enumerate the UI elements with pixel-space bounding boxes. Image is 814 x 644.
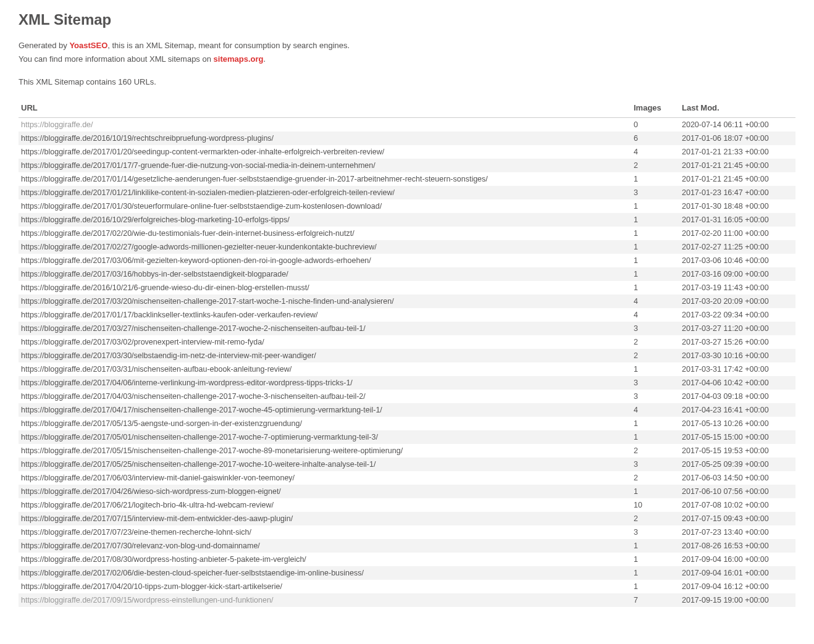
url-link[interactable]: https://bloggiraffe.de/2017/07/15/interv… — [21, 514, 293, 523]
url-link[interactable]: https://bloggiraffe.de/2017/06/03/interv… — [21, 474, 295, 482]
url-link[interactable]: https://bloggiraffe.de/2017/09/15/wordpr… — [21, 596, 273, 604]
table-row: https://bloggiraffe.de/2017/02/06/die-be… — [19, 566, 795, 580]
url-link[interactable]: https://bloggiraffe.de/2017/02/06/die-be… — [21, 569, 364, 577]
url-link[interactable]: https://bloggiraffe.de/2017/01/17/backli… — [21, 311, 318, 319]
url-link[interactable]: https://bloggiraffe.de/2017/03/30/selbst… — [21, 351, 316, 360]
table-row: https://bloggiraffe.de/2017/03/02/proven… — [19, 335, 795, 349]
intro-line-2: You can find more information about XML … — [19, 53, 795, 65]
images-cell: 3 — [631, 186, 679, 199]
url-link[interactable]: https://bloggiraffe.de/2017/03/20/nische… — [21, 297, 394, 306]
url-link[interactable]: https://bloggiraffe.de/2017/07/30/releva… — [21, 542, 260, 550]
lastmod-cell: 2017-07-08 10:02 +00:00 — [679, 498, 795, 512]
url-link[interactable]: https://bloggiraffe.de/2017/01/20/seedin… — [21, 148, 384, 156]
intro-line-1-post: , this is an XML Sitemap, meant for cons… — [107, 41, 350, 50]
images-cell: 1 — [631, 362, 679, 376]
url-link[interactable]: https://bloggiraffe.de/2016/10/21/6-grue… — [21, 283, 309, 292]
images-cell: 1 — [631, 485, 679, 498]
table-row: https://bloggiraffe.de/2017/04/03/nische… — [19, 390, 795, 403]
url-link[interactable]: https://bloggiraffe.de/2017/03/31/nische… — [21, 365, 292, 374]
url-link[interactable]: https://bloggiraffe.de/2017/04/06/intern… — [21, 378, 353, 387]
yoastseo-link[interactable]: YoastSEO — [69, 41, 107, 50]
images-cell: 6 — [631, 132, 679, 145]
url-link[interactable]: https://bloggiraffe.de/2017/05/25/nische… — [21, 460, 376, 469]
table-row: https://bloggiraffe.de/2017/01/21/linkil… — [19, 186, 795, 199]
url-link[interactable]: https://bloggiraffe.de/2017/02/20/wie-du… — [21, 229, 355, 238]
intro-line-1: Generated by YoastSEO, this is an XML Si… — [19, 40, 795, 52]
table-row: https://bloggiraffe.de/2017/01/14/gesetz… — [19, 172, 795, 186]
lastmod-cell: 2017-04-06 10:42 +00:00 — [679, 376, 795, 390]
url-count: This XML Sitemap contains 160 URLs. — [19, 76, 795, 88]
url-link[interactable]: https://bloggiraffe.de/2017/02/27/google… — [21, 243, 377, 251]
url-link[interactable]: https://bloggiraffe.de/2017/03/02/proven… — [21, 338, 264, 346]
images-cell: 1 — [631, 227, 679, 240]
lastmod-cell: 2017-03-06 10:46 +00:00 — [679, 254, 795, 267]
url-link[interactable]: https://bloggiraffe.de/2017/01/17/7-grue… — [21, 161, 376, 170]
url-link[interactable]: https://bloggiraffe.de/2017/04/17/nische… — [21, 406, 382, 414]
url-link[interactable]: https://bloggiraffe.de/2016/10/19/rechts… — [21, 134, 274, 143]
lastmod-cell: 2017-04-03 09:18 +00:00 — [679, 390, 795, 403]
images-cell: 1 — [631, 267, 679, 281]
images-cell: 4 — [631, 308, 679, 322]
lastmod-cell: 2017-09-04 16:01 +00:00 — [679, 566, 795, 580]
images-cell: 0 — [631, 117, 679, 132]
lastmod-cell: 2017-01-21 21:45 +00:00 — [679, 159, 795, 172]
header-images: Images — [631, 99, 679, 118]
url-link[interactable]: https://bloggiraffe.de/2016/10/29/erfolg… — [21, 215, 290, 224]
images-cell: 4 — [631, 295, 679, 308]
table-row: https://bloggiraffe.de/2017/04/06/intern… — [19, 376, 795, 390]
table-row: https://bloggiraffe.de/2017/01/17/backli… — [19, 308, 795, 322]
table-row: https://bloggiraffe.de/02020-07-14 06:11… — [19, 117, 795, 132]
lastmod-cell: 2017-06-03 14:50 +00:00 — [679, 471, 795, 485]
sitemaps-org-link[interactable]: sitemaps.org — [214, 54, 264, 64]
url-link[interactable]: https://bloggiraffe.de/2017/03/16/hobbys… — [21, 270, 288, 278]
url-link[interactable]: https://bloggiraffe.de/2017/05/13/5-aeng… — [21, 419, 302, 428]
lastmod-cell: 2017-02-27 11:25 +00:00 — [679, 240, 795, 254]
url-link[interactable]: https://bloggiraffe.de/2017/04/20/10-tip… — [21, 582, 282, 591]
table-row: https://bloggiraffe.de/2016/10/19/rechts… — [19, 132, 795, 145]
url-link[interactable]: https://bloggiraffe.de/2017/03/06/mit-ge… — [21, 256, 371, 265]
images-cell: 3 — [631, 376, 679, 390]
table-row: https://bloggiraffe.de/2017/03/06/mit-ge… — [19, 254, 795, 267]
url-link[interactable]: https://bloggiraffe.de/2017/03/27/nische… — [21, 324, 366, 333]
url-link[interactable]: https://bloggiraffe.de/2017/07/23/eine-t… — [21, 528, 251, 537]
url-link[interactable]: https://bloggiraffe.de/2017/05/15/nische… — [21, 446, 403, 455]
table-row: https://bloggiraffe.de/2017/04/20/10-tip… — [19, 580, 795, 593]
url-link[interactable]: https://bloggiraffe.de/2017/01/30/steuer… — [21, 202, 382, 211]
images-cell: 1 — [631, 199, 679, 213]
images-cell: 2 — [631, 471, 679, 485]
lastmod-cell: 2017-05-13 10:26 +00:00 — [679, 417, 795, 430]
table-row: https://bloggiraffe.de/2017/01/20/seedin… — [19, 145, 795, 159]
lastmod-cell: 2017-01-23 16:47 +00:00 — [679, 186, 795, 199]
intro-block: Generated by YoastSEO, this is an XML Si… — [19, 40, 795, 65]
images-cell: 1 — [631, 539, 679, 553]
url-link[interactable]: https://bloggiraffe.de/2017/04/26/wieso-… — [21, 487, 281, 496]
table-row: https://bloggiraffe.de/2016/10/21/6-grue… — [19, 281, 795, 295]
lastmod-cell: 2017-07-15 09:43 +00:00 — [679, 512, 795, 525]
url-link[interactable]: https://bloggiraffe.de/2017/05/01/nische… — [21, 433, 378, 441]
images-cell: 10 — [631, 498, 679, 512]
images-cell: 1 — [631, 430, 679, 444]
url-link[interactable]: https://bloggiraffe.de/2017/08/30/wordpr… — [21, 555, 306, 564]
url-link[interactable]: https://bloggiraffe.de/2017/01/21/linkil… — [21, 188, 395, 197]
images-cell: 1 — [631, 172, 679, 186]
url-link[interactable]: https://bloggiraffe.de/ — [21, 120, 93, 129]
images-cell: 1 — [631, 213, 679, 227]
lastmod-cell: 2017-03-27 11:20 +00:00 — [679, 322, 795, 335]
table-row: https://bloggiraffe.de/2017/05/15/nische… — [19, 444, 795, 458]
images-cell: 2 — [631, 335, 679, 349]
lastmod-cell: 2017-03-20 20:09 +00:00 — [679, 295, 795, 308]
url-link[interactable]: https://bloggiraffe.de/2017/04/03/nische… — [21, 392, 366, 401]
lastmod-cell: 2017-03-16 09:00 +00:00 — [679, 267, 795, 281]
url-link[interactable]: https://bloggiraffe.de/2017/06/21/logite… — [21, 501, 274, 509]
table-row: https://bloggiraffe.de/2017/06/03/interv… — [19, 471, 795, 485]
lastmod-cell: 2017-03-22 09:34 +00:00 — [679, 308, 795, 322]
lastmod-cell: 2017-05-15 19:53 +00:00 — [679, 444, 795, 458]
lastmod-cell: 2017-04-23 16:41 +00:00 — [679, 403, 795, 417]
lastmod-cell: 2017-01-31 16:05 +00:00 — [679, 213, 795, 227]
lastmod-cell: 2017-03-27 15:26 +00:00 — [679, 335, 795, 349]
url-link[interactable]: https://bloggiraffe.de/2017/01/14/gesetz… — [21, 175, 488, 183]
table-row: https://bloggiraffe.de/2017/05/13/5-aeng… — [19, 417, 795, 430]
images-cell: 4 — [631, 403, 679, 417]
table-row: https://bloggiraffe.de/2017/07/30/releva… — [19, 539, 795, 553]
images-cell: 3 — [631, 322, 679, 335]
